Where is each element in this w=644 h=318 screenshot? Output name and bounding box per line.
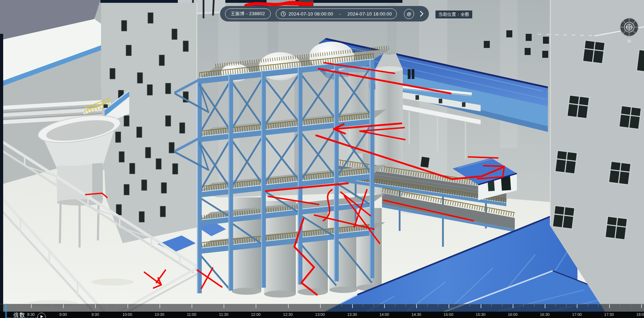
- timeline-major-tick: [192, 304, 192, 308]
- timeline-ticks[interactable]: [0, 304, 644, 312]
- timeline-minor-tick: [170, 304, 170, 307]
- compass-north-label: N: [628, 39, 631, 44]
- top-toolbar: 王振博 - 238802 2024-07-10 08:00:00 - 2024-…: [220, 6, 429, 22]
- timeline-major-tick: [127, 304, 128, 308]
- timeline-major-tick: [641, 304, 642, 308]
- timeline-minor-tick: [331, 304, 331, 307]
- timeline-major-tick: [513, 304, 513, 308]
- timeline-time-label: 15:30: [476, 312, 486, 317]
- timeline-minor-tick: [20, 304, 21, 307]
- timeline-minor-tick: [630, 304, 631, 307]
- speed-multiplier-label: 倍数: [13, 312, 25, 318]
- time-end: 2024-07-10 18:00:00: [348, 11, 392, 17]
- timeline-major-tick: [384, 304, 385, 308]
- plant-3d-scene[interactable]: [0, 0, 644, 318]
- timeline-minor-tick: [181, 304, 181, 307]
- timeline-minor-tick: [363, 304, 363, 307]
- timeline-time-label: 16:30: [540, 312, 550, 317]
- timeline-major-tick: [320, 304, 321, 308]
- timeline-major-tick: [288, 304, 289, 308]
- timeline-time-label: 11:30: [219, 312, 229, 317]
- timeline-minor-tick: [556, 304, 556, 307]
- timeline-minor-tick: [213, 304, 213, 307]
- timeline-minor-tick: [299, 304, 299, 307]
- person-tag-pill[interactable]: 王振博 - 238802: [225, 8, 271, 19]
- person-tag-label: 王振博 - 238802: [231, 11, 265, 17]
- timeline-minor-tick: [149, 304, 149, 307]
- timeline-minor-tick: [502, 304, 502, 307]
- navigation-compass[interactable]: N: [617, 15, 641, 45]
- chevron-right-icon: [420, 11, 424, 17]
- timeline-playhead[interactable]: [6, 304, 6, 318]
- timeline-time-label: 11:00: [187, 312, 196, 317]
- timeline-minor-tick: [491, 304, 492, 307]
- timeline-time-label: 13:00: [315, 312, 325, 317]
- timeline-minor-tick: [245, 304, 245, 307]
- timeline-major-tick: [545, 304, 545, 308]
- timeline-major-tick: [31, 304, 32, 308]
- clock-icon: [281, 11, 286, 17]
- timeline-minor-tick: [202, 304, 202, 307]
- timeline-minor-tick: [459, 304, 459, 307]
- timeline-time-label: 10:30: [155, 312, 164, 317]
- timeline-minor-tick: [342, 304, 342, 307]
- timeline-major-tick: [449, 304, 449, 308]
- locate-icon: @: [407, 11, 411, 17]
- timeline-time-label: 12:00: [251, 312, 261, 317]
- time-start: 2024-07-10 08:00:00: [289, 11, 333, 17]
- canvas-left-edge: [0, 34, 3, 318]
- play-forward-button[interactable]: [419, 9, 424, 18]
- timeline-time-label: 9:00: [59, 312, 67, 317]
- timeline-minor-tick: [85, 304, 85, 307]
- timeline-major-tick: [352, 304, 353, 308]
- locate-button[interactable]: @: [404, 9, 414, 19]
- timeline-labels: 8:309:009:3010:0010:3011:0011:3012:0012:…: [0, 312, 644, 318]
- timeline-minor-tick: [395, 304, 395, 307]
- timeline-major-tick: [577, 304, 577, 308]
- timeline-minor-tick: [235, 304, 235, 307]
- timeline-time-label: 10:00: [123, 312, 132, 317]
- timeline-time-label: 17:30: [604, 312, 614, 317]
- timeline-time-label: 9:30: [92, 312, 99, 317]
- timeline-time-label: 13:30: [347, 312, 357, 317]
- timeline-time-label: 16:00: [508, 312, 518, 317]
- timeline-minor-tick: [470, 304, 470, 307]
- timeline-minor-tick: [374, 304, 374, 307]
- timeline-major-tick: [95, 304, 96, 308]
- timeline-minor-tick: [534, 304, 534, 307]
- timeline-major-tick: [416, 304, 417, 308]
- timeline-minor-tick: [106, 304, 106, 307]
- timeline-minor-tick: [277, 304, 277, 307]
- timeline-time-label: 14:30: [412, 312, 421, 317]
- timeline-minor-tick: [523, 304, 524, 307]
- timeline-minor-tick: [138, 304, 138, 307]
- timeline-minor-tick: [74, 304, 74, 307]
- time-range-pill[interactable]: 2024-07-10 08:00:00 - 2024-07-10 18:00:0…: [276, 8, 397, 19]
- timeline-minor-tick: [10, 304, 10, 307]
- timeline-minor-tick: [566, 304, 567, 307]
- timeline-time-label: 17:00: [572, 312, 582, 317]
- time-separator: -: [336, 11, 345, 17]
- current-location-badge: 当前位置：全图: [435, 10, 473, 19]
- timeline-minor-tick: [42, 304, 42, 307]
- timeline-major-tick: [256, 304, 256, 308]
- timeline-minor-tick: [406, 304, 406, 307]
- timeline-time-label: 15:00: [444, 312, 454, 317]
- timeline-time-label: 12:30: [283, 312, 293, 317]
- timeline-major-tick: [160, 304, 160, 308]
- timeline-minor-tick: [438, 304, 438, 307]
- timeline-minor-tick: [427, 304, 427, 307]
- timeline-time-label: 18:00: [636, 312, 644, 317]
- timeline-major-tick: [63, 304, 64, 308]
- timeline-bar[interactable]: 8:309:009:3010:0010:3011:0011:3012:0012:…: [0, 304, 644, 318]
- scene-canvas[interactable]: [0, 0, 644, 318]
- timeline-major-tick: [224, 304, 224, 308]
- timeline-time-label: 14:00: [379, 312, 389, 317]
- timeline-minor-tick: [267, 304, 267, 307]
- timeline-minor-tick: [52, 304, 53, 307]
- timeline-minor-tick: [598, 304, 599, 307]
- timeline-major-tick: [609, 304, 610, 308]
- timeline-minor-tick: [588, 304, 588, 307]
- timeline-time-label: 8:30: [27, 312, 35, 317]
- timeline-major-tick: [481, 304, 481, 308]
